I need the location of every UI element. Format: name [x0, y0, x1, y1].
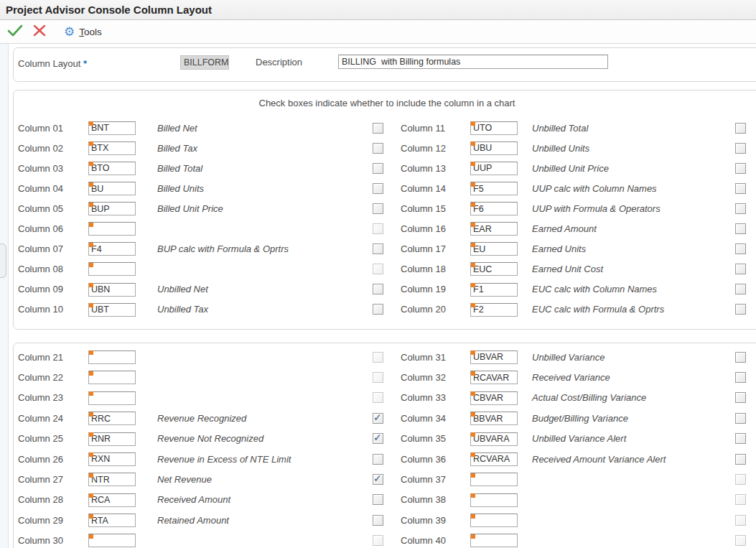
- column-code-input[interactable]: [88, 202, 136, 215]
- column-row-label: Column 13: [400, 163, 470, 174]
- include-in-chart-checkbox[interactable]: [735, 535, 746, 546]
- include-in-chart-checkbox[interactable]: [735, 515, 746, 526]
- include-in-chart-checkbox[interactable]: [735, 183, 746, 194]
- column-code-input[interactable]: [88, 391, 136, 405]
- include-in-chart-checkbox[interactable]: [735, 143, 746, 154]
- column-row: Column 15 UUP with Formula & Operators: [400, 198, 756, 218]
- include-in-chart-checkbox[interactable]: [735, 454, 746, 465]
- include-in-chart-checkbox[interactable]: [373, 372, 383, 383]
- include-in-chart-checkbox[interactable]: [735, 203, 746, 214]
- column-code-input[interactable]: [470, 141, 518, 155]
- include-in-chart-checkbox[interactable]: [735, 413, 746, 424]
- column-code-input[interactable]: [470, 493, 518, 507]
- column-row: Column 02 Billed Tax: [14, 138, 400, 158]
- column-code-fieldwrap: [470, 222, 518, 236]
- column-code-fieldwrap: [88, 514, 136, 528]
- column-code-fieldwrap: [470, 350, 518, 364]
- include-in-chart-checkbox[interactable]: [373, 433, 383, 444]
- column-row-label: Column 32: [400, 372, 470, 383]
- column-row-label: Column 36: [400, 454, 470, 465]
- column-code-input[interactable]: [470, 514, 518, 527]
- columns-31-40: Column 31 Unbilled Variance Column 32 Re…: [400, 347, 756, 548]
- include-in-chart-checkbox[interactable]: [373, 494, 383, 505]
- include-in-chart-checkbox[interactable]: [735, 264, 746, 274]
- column-code-input[interactable]: [88, 283, 136, 297]
- cancel-button[interactable]: [29, 22, 50, 41]
- include-in-chart-checkbox[interactable]: [373, 413, 383, 424]
- column-code-input[interactable]: [470, 371, 518, 384]
- column-code-input[interactable]: [88, 121, 136, 135]
- include-in-chart-checkbox[interactable]: [373, 304, 383, 315]
- column-code-input[interactable]: [470, 350, 518, 364]
- include-in-chart-checkbox[interactable]: [735, 352, 746, 363]
- column-code-input[interactable]: [470, 303, 518, 317]
- panel-expand-handle[interactable]: [0, 243, 6, 278]
- column-row: Column 01 Billed Net: [14, 118, 400, 138]
- column-code-input[interactable]: [470, 162, 518, 175]
- column-code-fieldwrap: [88, 302, 136, 317]
- column-code-input[interactable]: [88, 473, 136, 486]
- column-code-input[interactable]: [88, 222, 136, 236]
- column-code-input[interactable]: [470, 412, 518, 425]
- column-code-input[interactable]: [88, 534, 136, 547]
- include-in-chart-checkbox[interactable]: [735, 163, 746, 174]
- include-in-chart-checkbox[interactable]: [373, 203, 383, 214]
- include-in-chart-checkbox[interactable]: [735, 392, 746, 403]
- column-code-input[interactable]: [88, 432, 136, 446]
- include-in-chart-checkbox[interactable]: [735, 433, 746, 444]
- column-code-input[interactable]: [88, 452, 136, 466]
- include-in-chart-checkbox[interactable]: [373, 454, 383, 465]
- column-code-input[interactable]: [470, 283, 518, 297]
- include-in-chart-checkbox[interactable]: [373, 264, 383, 274]
- column-code-input[interactable]: [88, 514, 136, 527]
- include-in-chart-checkbox[interactable]: [373, 223, 383, 234]
- column-code-input[interactable]: [470, 452, 518, 466]
- include-in-chart-checkbox[interactable]: [373, 143, 383, 154]
- column-code-input[interactable]: [470, 391, 518, 405]
- include-in-chart-checkbox[interactable]: [373, 535, 383, 546]
- include-in-chart-checkbox[interactable]: [373, 352, 383, 363]
- column-code-input[interactable]: [88, 350, 136, 364]
- column-code-input[interactable]: [470, 242, 518, 256]
- include-in-chart-checkbox[interactable]: [373, 123, 383, 134]
- column-description-text: EUC calc with Column Names: [532, 284, 657, 294]
- column-code-input[interactable]: [470, 262, 518, 276]
- include-in-chart-checkbox[interactable]: [373, 392, 383, 403]
- include-in-chart-checkbox[interactable]: [735, 372, 746, 383]
- column-code-input[interactable]: [88, 303, 136, 317]
- include-in-chart-checkbox[interactable]: [735, 284, 746, 294]
- include-in-chart-checkbox[interactable]: [735, 123, 746, 134]
- include-in-chart-checkbox[interactable]: [373, 284, 383, 294]
- include-in-chart-checkbox[interactable]: [735, 304, 746, 315]
- include-in-chart-checkbox[interactable]: [735, 223, 746, 234]
- column-code-input[interactable]: [470, 202, 518, 215]
- column-code-input[interactable]: [470, 534, 518, 547]
- column-code-input[interactable]: [470, 182, 518, 195]
- column-code-input[interactable]: [88, 162, 136, 175]
- include-in-chart-checkbox[interactable]: [373, 243, 383, 254]
- column-code-input[interactable]: [88, 412, 136, 425]
- column-code-input[interactable]: [470, 432, 518, 446]
- column-code-input[interactable]: [470, 473, 518, 486]
- include-in-chart-checkbox[interactable]: [373, 163, 383, 174]
- include-in-chart-checkbox[interactable]: [373, 515, 383, 526]
- column-code-input[interactable]: [88, 141, 136, 155]
- column-code-input[interactable]: [88, 493, 136, 507]
- column-description-text: UUP calc with Column Names: [532, 183, 657, 194]
- column-code-input[interactable]: [88, 182, 136, 195]
- description-input[interactable]: [338, 55, 608, 69]
- column-code-input[interactable]: [88, 262, 136, 276]
- column-code-input[interactable]: [470, 121, 518, 135]
- column-code-input[interactable]: [470, 222, 518, 236]
- include-in-chart-checkbox[interactable]: [373, 183, 383, 194]
- include-in-chart-checkbox[interactable]: [735, 474, 746, 485]
- column-description-text: Billed Unit Price: [157, 203, 223, 214]
- column-code-input[interactable]: [88, 242, 136, 256]
- tools-menu-button[interactable]: ⚙ Tools: [60, 22, 106, 41]
- column-description-text: Received Amount: [157, 494, 230, 505]
- include-in-chart-checkbox[interactable]: [735, 243, 746, 254]
- include-in-chart-checkbox[interactable]: [373, 474, 383, 485]
- ok-button[interactable]: [5, 22, 25, 41]
- include-in-chart-checkbox[interactable]: [735, 494, 746, 505]
- column-code-input[interactable]: [88, 371, 136, 384]
